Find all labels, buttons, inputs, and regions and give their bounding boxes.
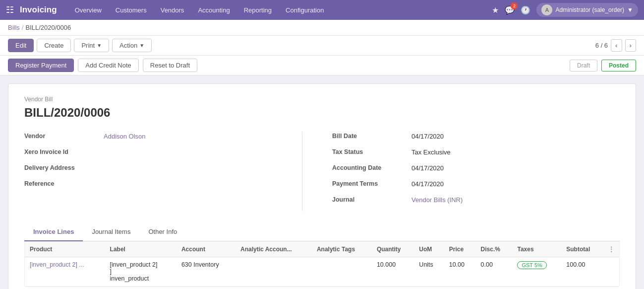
print-button[interactable]: Print ▼ (74, 39, 109, 52)
reference-field-row: Reference (24, 179, 272, 193)
breadcrumb: Bills / BILL/2020/0006 (0, 20, 644, 36)
analytic-account-cell[interactable] (235, 257, 312, 287)
action-button[interactable]: Action ▼ (112, 39, 152, 52)
delivery-field-row: Delivery Address (24, 163, 272, 177)
col-menu-icon[interactable]: ⋮ (603, 242, 619, 257)
nav-configuration[interactable]: Configuration (280, 4, 330, 16)
tax-status-label: Tax Status (332, 147, 411, 155)
nav-right: ★ 💬 2 🕐 A Administrator (sale_order) ▼ (492, 3, 638, 17)
nav-vendors[interactable]: Vendors (155, 4, 190, 16)
document-fields: Vendor Addison Olson Xero Invoice Id Del… (24, 132, 620, 211)
xero-field-row: Xero Invoice Id (24, 147, 272, 161)
bill-date-label: Bill Date (332, 132, 411, 140)
tabs: Invoice Lines Journal Items Other Info (24, 223, 620, 241)
status-bar: Register Payment Add Credit Note Reset t… (0, 56, 644, 75)
prev-record-button[interactable]: ‹ (611, 39, 622, 52)
disc-cell[interactable]: 0.00 (476, 257, 513, 287)
next-record-button[interactable]: › (625, 39, 636, 52)
delivery-value[interactable] (104, 163, 272, 164)
invoice-lines-table: Product Label Account Analytic Accoun...… (24, 241, 620, 287)
account-cell[interactable]: 630 Inventory (176, 257, 235, 287)
document-number: BILL/2020/0006 (24, 106, 620, 120)
journal-value[interactable]: Vendor Bills (INR) (411, 195, 620, 204)
user-menu[interactable]: A Administrator (sale_order) ▼ (536, 3, 638, 17)
create-button[interactable]: Create (37, 39, 71, 52)
col-header-quantity: Quantity (372, 242, 414, 257)
chat-icon-wrapper[interactable]: 💬 2 (505, 5, 515, 15)
fields-left: Vendor Addison Olson Xero Invoice Id Del… (24, 132, 272, 211)
tab-other-info[interactable]: Other Info (139, 223, 186, 241)
document-type: Vendor Bill (24, 96, 620, 103)
payment-terms-label: Payment Terms (332, 179, 411, 187)
accounting-date-label: Accounting Date (332, 163, 411, 171)
app-title: Invoicing (20, 5, 57, 15)
subtotal-cell: 100.00 (561, 257, 603, 287)
nav-overview[interactable]: Overview (69, 4, 108, 16)
fields-right: Bill Date 04/17/2020 Tax Status Tax Excl… (332, 132, 620, 211)
col-header-uom: UoM (414, 242, 444, 257)
reference-value[interactable] (104, 179, 272, 180)
journal-field-row: Journal Vendor Bills (INR) (332, 195, 620, 209)
top-navigation: ☷ Invoicing Overview Customers Vendors A… (0, 0, 644, 20)
col-header-account: Account (176, 242, 235, 257)
tab-journal-items[interactable]: Journal Items (83, 223, 139, 241)
tax-status-field-row: Tax Status Tax Exclusive (332, 147, 620, 161)
table-row: [inven_product 2] ... [inven_product 2] … (25, 257, 619, 287)
action-dropdown-icon: ▼ (139, 43, 144, 48)
add-credit-note-button[interactable]: Add Credit Note (78, 59, 139, 72)
payment-terms-value[interactable]: 04/17/2020 (411, 179, 620, 188)
vendor-label: Vendor (24, 132, 104, 140)
pagination-info: 6 / 6 (595, 42, 608, 49)
uom-cell[interactable]: Units (414, 257, 444, 287)
gst-badge: GST 5% (517, 261, 546, 269)
reference-label: Reference (24, 179, 104, 187)
accounting-date-field-row: Accounting Date 04/17/2020 (332, 163, 620, 177)
col-header-subtotal: Subtotal (561, 242, 603, 257)
user-label: Administrator (sale_order) (555, 6, 624, 13)
edit-button[interactable]: Edit (8, 39, 34, 52)
chat-badge: 2 (511, 2, 518, 9)
nav-reporting[interactable]: Reporting (238, 4, 278, 16)
tax-status-value[interactable]: Tax Exclusive (411, 147, 620, 156)
breadcrumb-current: BILL/2020/0006 (25, 24, 71, 31)
label-cell[interactable]: [inven_product 2] ] inven_product (105, 257, 176, 287)
col-header-price: Price (444, 242, 476, 257)
status-posted: Posted (601, 60, 636, 72)
nav-accounting[interactable]: Accounting (192, 4, 235, 16)
xero-label: Xero Invoice Id (24, 147, 104, 155)
status-draft: Draft (570, 60, 597, 72)
print-dropdown-icon: ▼ (97, 43, 102, 48)
tab-invoice-lines[interactable]: Invoice Lines (24, 223, 83, 241)
register-payment-button[interactable]: Register Payment (8, 59, 74, 72)
document-card: Vendor Bill BILL/2020/0006 Vendor Addiso… (8, 83, 636, 289)
breadcrumb-parent[interactable]: Bills (8, 24, 20, 31)
star-icon[interactable]: ★ (492, 5, 499, 15)
col-header-label: Label (105, 242, 176, 257)
journal-label: Journal (332, 195, 411, 203)
clock-icon[interactable]: 🕐 (521, 5, 530, 15)
fields-divider (302, 132, 302, 211)
analytic-tags-cell[interactable] (312, 257, 372, 287)
vendor-field-row: Vendor Addison Olson (24, 132, 272, 145)
grid-icon[interactable]: ☷ (6, 4, 14, 15)
row-menu[interactable] (603, 257, 619, 287)
vendor-value[interactable]: Addison Olson (104, 132, 272, 140)
bill-date-value[interactable]: 04/17/2020 (411, 132, 620, 140)
nav-customers[interactable]: Customers (110, 4, 153, 16)
col-header-analytic-tags: Analytic Tags (312, 242, 372, 257)
main-content: Vendor Bill BILL/2020/0006 Vendor Addiso… (0, 75, 644, 289)
reset-to-draft-button[interactable]: Reset to Draft (143, 59, 197, 72)
product-cell[interactable]: [inven_product 2] ... (25, 257, 105, 287)
price-cell[interactable]: 10.00 (444, 257, 476, 287)
user-avatar: A (541, 4, 552, 15)
bill-date-field-row: Bill Date 04/17/2020 (332, 132, 620, 145)
delivery-label: Delivery Address (24, 163, 104, 171)
col-header-disc: Disc.% (476, 242, 513, 257)
toolbar-right: 6 / 6 ‹ › (595, 39, 636, 52)
col-header-taxes: Taxes (512, 242, 561, 257)
xero-value[interactable] (104, 147, 272, 148)
breadcrumb-separator: / (22, 24, 24, 31)
taxes-cell[interactable]: GST 5% (512, 257, 561, 287)
accounting-date-value[interactable]: 04/17/2020 (411, 163, 620, 172)
quantity-cell[interactable]: 10.000 (372, 257, 414, 287)
